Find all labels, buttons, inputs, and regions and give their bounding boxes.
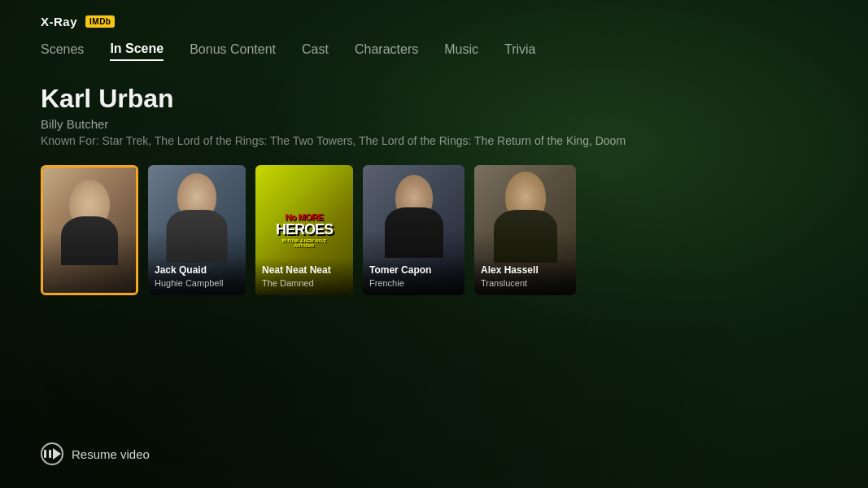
album-subtitle: 80 PUNK & NEW WAVE ANTHEMS (276, 238, 333, 248)
nav-item-scenes[interactable]: Scenes (41, 42, 84, 60)
imdb-badge: IMDb (85, 15, 115, 28)
card-name-alex: Alex Hassell (481, 264, 569, 277)
card-karl-urban[interactable] (41, 165, 138, 295)
pause-icon (44, 450, 51, 458)
nav-item-in-scene[interactable]: In Scene (110, 41, 164, 61)
card-overlay-tomer: Tomer Capon Frenchie (363, 258, 465, 295)
card-jack-quaid[interactable]: Jack Quaid Hughie Campbell (148, 165, 246, 295)
album-text: No MORE HEROES 80 PUNK & NEW WAVE ANTHEM… (276, 213, 333, 248)
card-alex-hassell[interactable]: Alex Hassell Translucent (474, 165, 576, 295)
header: X-Ray IMDb (0, 0, 868, 28)
nav-item-trivia[interactable]: Trivia (504, 42, 536, 60)
pause-bar-1 (44, 450, 46, 458)
resume-icon (41, 442, 63, 465)
card-name-neat: Neat Neat Neat (262, 264, 347, 277)
card-overlay-alex: Alex Hassell Translucent (474, 258, 576, 295)
known-for-label: Known For: (41, 134, 99, 147)
actor-info: Karl Urban Billy Butcher Known For: Star… (0, 61, 868, 147)
actor-role: Billy Butcher (41, 117, 827, 131)
card-name-tomer: Tomer Capon (369, 264, 458, 277)
actor-known-for: Known For: Star Trek, The Lord of the Ri… (41, 134, 827, 147)
card-char-alex: Translucent (481, 277, 569, 289)
nav-item-bonus-content[interactable]: Bonus Content (190, 42, 276, 60)
navigation: Scenes In Scene Bonus Content Cast Chara… (0, 28, 868, 61)
card-char-tomer: Frenchie (369, 277, 458, 289)
xray-label: X-Ray (41, 15, 77, 28)
nav-item-characters[interactable]: Characters (355, 42, 418, 60)
resume-button[interactable]: Resume video (41, 442, 150, 465)
cards-container: Jack Quaid Hughie Campbell No MORE HEROE… (0, 147, 868, 295)
nav-item-cast[interactable]: Cast (302, 42, 329, 60)
pause-bar-2 (49, 450, 51, 458)
card-tomer-capon[interactable]: Tomer Capon Frenchie (363, 165, 465, 295)
card-neat-neat-neat[interactable]: No MORE HEROES 80 PUNK & NEW WAVE ANTHEM… (255, 165, 353, 295)
card-char-jack: Hughie Campbell (155, 277, 239, 289)
card-name-jack: Jack Quaid (155, 264, 239, 277)
actor-name: Karl Urban (41, 84, 827, 114)
card-overlay-jack: Jack Quaid Hughie Campbell (148, 258, 246, 295)
card-overlay-neat: Neat Neat Neat The Damned (255, 258, 353, 295)
album-heroes: HEROES (276, 222, 333, 237)
resume-label: Resume video (72, 447, 150, 461)
nav-item-music[interactable]: Music (444, 42, 478, 60)
card-char-neat: The Damned (262, 277, 347, 289)
known-for-text: Star Trek, The Lord of the Rings: The Tw… (102, 134, 626, 147)
